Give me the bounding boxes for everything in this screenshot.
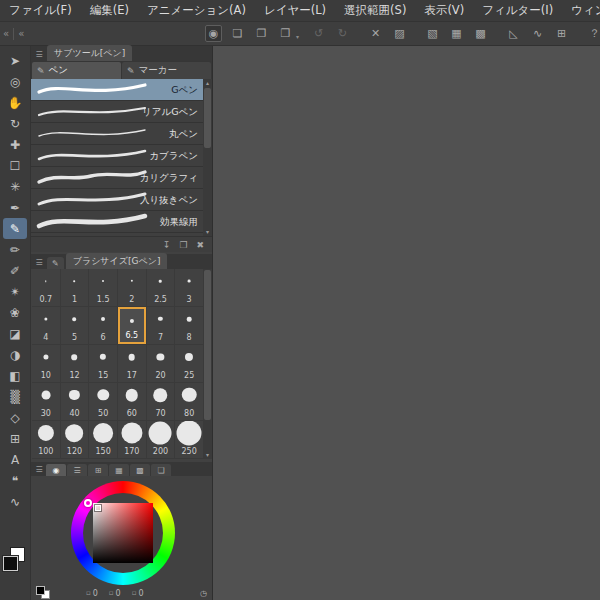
auto-select-tool[interactable]: ✳ xyxy=(3,176,27,197)
scroll-thumb[interactable] xyxy=(204,270,211,420)
fill-enclosed-icon[interactable]: ▨ xyxy=(391,25,408,42)
brush-size-cell[interactable]: 3 xyxy=(175,269,203,306)
operation-tool[interactable]: ➤ xyxy=(3,50,27,71)
panel-menu-icon[interactable]: ☰ xyxy=(33,258,45,269)
subtool-group-tab[interactable]: ✎マーカー xyxy=(122,62,211,79)
copy-subtool-icon[interactable]: ❐ xyxy=(179,240,187,250)
open-file-icon[interactable]: ❐ xyxy=(253,25,270,42)
brush-size-cell[interactable]: 100 xyxy=(32,421,60,458)
brush-size-cell[interactable]: 10 xyxy=(32,345,60,382)
selection-launcher-icon[interactable]: ▩ xyxy=(472,25,489,42)
brush-size-cell[interactable]: 25 xyxy=(175,345,203,382)
brush-size-cell[interactable]: 12 xyxy=(61,345,89,382)
menu-item[interactable]: アニメーション(A) xyxy=(138,3,255,18)
menu-item[interactable]: 編集(E) xyxy=(81,3,138,18)
collapse-panel-icon[interactable]: « xyxy=(18,28,24,39)
brush-size-cell[interactable]: 150 xyxy=(89,421,117,458)
panel-menu-icon[interactable]: ☰ xyxy=(33,465,45,476)
subtool-item[interactable]: 入り抜きペン xyxy=(31,189,203,210)
brush-size-cell[interactable]: 4 xyxy=(32,307,60,344)
brush-size-cell[interactable]: 30 xyxy=(32,383,60,420)
color-slider-tab[interactable]: ☰ xyxy=(67,464,87,476)
brush-size-cell[interactable]: 2.5 xyxy=(147,269,175,306)
help-icon[interactable]: ？ xyxy=(586,25,600,42)
brush-size-cell[interactable]: 6 xyxy=(89,307,117,344)
collapse-toolbar-icon[interactable]: « xyxy=(3,28,9,39)
brush-size-scrollbar[interactable]: ▾ xyxy=(203,269,212,459)
snap-special-ruler-icon[interactable]: ∿ xyxy=(529,25,546,42)
brush-size-cell[interactable]: 60 xyxy=(118,383,146,420)
redo-icon[interactable]: ↻ xyxy=(334,25,351,42)
figure-tool[interactable]: ◇ xyxy=(3,407,27,428)
menu-item[interactable]: ファイル(F) xyxy=(0,3,81,18)
brush-size-cell[interactable]: 200 xyxy=(147,421,175,458)
snap-grid-icon[interactable]: ⊞ xyxy=(553,25,570,42)
pencil-tool[interactable]: ✏ xyxy=(3,239,27,260)
brush-size-cell[interactable]: 2 xyxy=(118,269,146,306)
subtool-item[interactable]: 丸ペン xyxy=(31,123,203,144)
pen-tool[interactable]: ✎ xyxy=(3,218,27,239)
menu-item[interactable]: レイヤー(L) xyxy=(255,3,335,18)
panel-menu-icon[interactable]: ☰ xyxy=(33,50,45,61)
brush-size-cell[interactable]: 17 xyxy=(118,345,146,382)
brush-size-cell[interactable]: 1.5 xyxy=(89,269,117,306)
menu-item[interactable]: ウィンドウ(W xyxy=(562,3,600,18)
brush-size-panel-tab[interactable]: ブラシサイズ[Gペン] xyxy=(66,253,168,269)
subtool-item[interactable]: Gペン xyxy=(31,79,203,100)
move-layer-tool[interactable]: ✚ xyxy=(3,134,27,155)
subtool-item[interactable]: リアルGペン xyxy=(31,101,203,122)
color-set-tab[interactable]: ⊞ xyxy=(88,464,108,476)
brush-size-cell[interactable]: 7 xyxy=(147,307,175,344)
scroll-down-icon[interactable]: ▾ xyxy=(206,451,209,459)
menu-item[interactable]: 選択範囲(S) xyxy=(335,3,415,18)
gradient-tool[interactable]: ▒ xyxy=(3,386,27,407)
brush-size-cell[interactable]: 170 xyxy=(118,421,146,458)
register-subtool-icon[interactable]: ↧ xyxy=(163,240,171,250)
brush-size-cell[interactable]: 70 xyxy=(147,383,175,420)
intermediate-color-tab[interactable]: ▦ xyxy=(109,464,129,476)
scroll-down-icon[interactable]: ▾ xyxy=(206,228,209,236)
scroll-thumb[interactable] xyxy=(204,88,211,148)
eraser-tool[interactable]: ◪ xyxy=(3,323,27,344)
menu-item[interactable]: フィルター(I) xyxy=(473,3,562,18)
subtool-group-tab[interactable]: ✎ペン xyxy=(32,62,121,79)
hand-tool[interactable]: ✋ xyxy=(3,92,27,113)
approximate-color-tab[interactable]: ▩ xyxy=(130,464,150,476)
brush-size-cell[interactable]: 50 xyxy=(89,383,117,420)
rotate-tool[interactable]: ↻ xyxy=(3,113,27,134)
brush-size-cell[interactable]: 15 xyxy=(89,345,117,382)
zoom-tool[interactable]: ◎ xyxy=(3,71,27,92)
main-color-swatch[interactable] xyxy=(3,556,18,571)
subtool-scrollbar[interactable]: ▴ ▾ xyxy=(203,79,212,236)
brush-size-cell[interactable]: 1 xyxy=(61,269,89,306)
brush-size-cell[interactable]: 80 xyxy=(175,383,203,420)
balloon-tool[interactable]: ❝ xyxy=(3,470,27,491)
mini-main-color-swatch[interactable] xyxy=(36,586,45,595)
fill-tool[interactable]: ◧ xyxy=(3,365,27,386)
brush-size-cell[interactable]: 6.5 xyxy=(118,307,146,344)
scroll-up-icon[interactable]: ▴ xyxy=(206,79,209,87)
brush-size-cell[interactable]: 120 xyxy=(61,421,89,458)
eyedropper-tool[interactable]: ✒ xyxy=(3,197,27,218)
color-history-icon[interactable]: ◷ xyxy=(200,589,207,598)
color-wheel-tab[interactable]: ◉ xyxy=(46,464,66,476)
snap-ruler-icon[interactable]: ◺ xyxy=(505,25,522,42)
correct-line-tool[interactable]: ∿ xyxy=(3,491,27,512)
delete-subtool-icon[interactable]: ✖ xyxy=(196,240,204,250)
decoration-tool[interactable]: ❀ xyxy=(3,302,27,323)
text-tool[interactable]: A xyxy=(3,449,27,470)
sv-marker[interactable] xyxy=(95,505,101,511)
undo-icon[interactable]: ↺ xyxy=(310,25,327,42)
brush-size-cell[interactable]: 0.7 xyxy=(32,269,60,306)
subtool-detail-tab[interactable]: ✎ xyxy=(47,257,64,269)
deselect-icon[interactable]: ▧ xyxy=(424,25,441,42)
airbrush-tool[interactable]: ✴ xyxy=(3,281,27,302)
save-file-icon[interactable]: ❒▾ xyxy=(277,25,294,42)
brush-size-cell[interactable]: 40 xyxy=(61,383,89,420)
subtool-item[interactable]: カリグラフィ xyxy=(31,167,203,188)
brush-size-cell[interactable]: 5 xyxy=(61,307,89,344)
frame-border-tool[interactable]: ⊞ xyxy=(3,428,27,449)
sv-square[interactable] xyxy=(93,503,153,563)
menu-item[interactable]: 表示(V) xyxy=(415,3,473,18)
subtool-item[interactable]: カブラペン xyxy=(31,145,203,166)
